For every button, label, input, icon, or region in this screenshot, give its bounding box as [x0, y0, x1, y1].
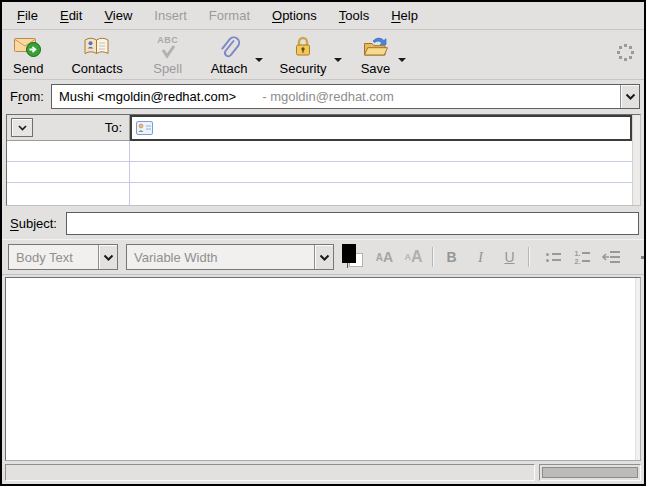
- text-color-picker[interactable]: [340, 244, 370, 270]
- save-dropdown-arrow-icon[interactable]: [398, 58, 406, 66]
- from-combo-arrow-button[interactable]: [620, 85, 639, 108]
- paragraph-style-arrow-button: [98, 245, 117, 269]
- recipient-empty-row[interactable]: [7, 183, 632, 205]
- recipient-table: To:: [6, 114, 641, 206]
- numbered-list-icon: 1. 2.: [575, 250, 591, 265]
- from-label: From:: [10, 89, 44, 104]
- chevron-down-icon: [319, 254, 330, 261]
- save-button[interactable]: Save: [354, 32, 398, 76]
- progress-panel: [539, 464, 641, 481]
- chevron-down-icon: [18, 125, 27, 131]
- menu-format: Format: [198, 8, 261, 23]
- body-scrollbar-gutter[interactable]: [635, 278, 640, 460]
- attach-button[interactable]: Attach: [204, 32, 255, 76]
- bold-button: B: [437, 244, 466, 270]
- security-button[interactable]: Security: [273, 32, 334, 76]
- font-family-combobox: Variable Width: [126, 244, 334, 270]
- paragraph-style-combobox: Body Text: [8, 244, 118, 270]
- spell-button: ABC Spell: [146, 32, 190, 76]
- save-label: Save: [361, 61, 391, 76]
- toolbar: Send Contacts ABC: [2, 30, 644, 80]
- to-address-input[interactable]: [130, 115, 632, 141]
- toolbar-separator: [528, 247, 529, 267]
- subject-row: Subject:: [2, 208, 644, 238]
- menu-view[interactable]: View: [93, 8, 143, 23]
- from-row: From: Mushi <mgoldin@redhat.com> - mgold…: [2, 80, 644, 112]
- font-size-a-icon: A: [376, 252, 383, 263]
- recipient-empty-row[interactable]: [7, 141, 632, 162]
- security-label: Security: [280, 61, 327, 76]
- font-size-a-icon: A: [383, 249, 393, 265]
- font-family-value: Variable Width: [127, 245, 314, 269]
- menubar: File Edit View Insert Format Options Too…: [2, 2, 644, 30]
- underline-button: U: [495, 244, 524, 270]
- from-identity-combobox[interactable]: Mushi <mgoldin@redhat.com> - mgoldin@red…: [51, 84, 640, 109]
- contacts-button[interactable]: Contacts: [64, 32, 129, 76]
- decrease-font-size-button: AA: [370, 244, 399, 270]
- message-body-area: [5, 277, 641, 461]
- spell-label: Spell: [153, 61, 182, 76]
- menu-file[interactable]: File: [6, 8, 49, 23]
- compose-window: File Edit View Insert Format Options Too…: [0, 0, 646, 486]
- security-dropdown-arrow-icon[interactable]: [334, 58, 342, 66]
- recipient-scrollbar-gutter[interactable]: [632, 115, 640, 205]
- menu-help[interactable]: Help: [380, 8, 429, 23]
- security-icon: [292, 33, 314, 61]
- send-icon: [13, 33, 43, 61]
- contacts-label: Contacts: [71, 61, 122, 76]
- attach-icon: [217, 33, 241, 61]
- attach-label: Attach: [211, 61, 248, 76]
- spell-icon: ABC: [157, 33, 178, 61]
- numbered-list-button: 1. 2.: [568, 244, 597, 270]
- color-swatch-tick: [347, 263, 348, 268]
- foreground-color-swatch: [342, 244, 356, 263]
- from-hint: - mgoldin@redhat.com: [262, 89, 394, 104]
- recipient-type-cell: To:: [7, 115, 130, 141]
- send-button[interactable]: Send: [6, 32, 50, 76]
- subject-input[interactable]: [66, 212, 639, 235]
- outdent-icon: [602, 250, 622, 264]
- recipient-type-dropdown[interactable]: [11, 118, 33, 137]
- attach-dropdown-arrow-icon[interactable]: [255, 58, 263, 66]
- contact-card-icon: [136, 121, 153, 135]
- menu-options[interactable]: Options: [261, 8, 328, 23]
- status-message-panel: [5, 464, 535, 481]
- from-value: Mushi <mgoldin@redhat.com>: [59, 89, 236, 104]
- recipient-empty-row[interactable]: [7, 162, 632, 183]
- paragraph-style-value: Body Text: [9, 245, 98, 269]
- menu-edit[interactable]: Edit: [49, 8, 93, 23]
- to-label: To:: [33, 120, 125, 135]
- outdent-button: [597, 244, 626, 270]
- font-size-a-icon: A: [411, 248, 423, 266]
- message-body-input[interactable]: [6, 278, 635, 460]
- bullet-list-icon: [546, 253, 561, 262]
- menu-tools[interactable]: Tools: [328, 8, 380, 23]
- recipient-header-row: To:: [7, 115, 632, 141]
- indent-button-clipped: [641, 256, 644, 259]
- increase-font-size-button: AA: [399, 244, 428, 270]
- subject-label: Subject:: [10, 216, 57, 231]
- toolbar-separator: [432, 247, 433, 267]
- italic-button: I: [466, 244, 495, 270]
- throbber-spinner-icon: [616, 43, 635, 62]
- bullet-list-button: [539, 244, 568, 270]
- save-icon: [362, 33, 390, 61]
- font-family-arrow-button: [314, 245, 333, 269]
- menu-insert: Insert: [143, 8, 198, 23]
- chevron-down-icon: [103, 254, 114, 261]
- progress-bar: [542, 467, 638, 478]
- statusbar: [2, 463, 644, 484]
- chevron-down-icon: [625, 93, 636, 100]
- send-label: Send: [13, 61, 43, 76]
- contacts-icon: [82, 33, 112, 61]
- format-toolbar: Body Text Variable Width AA AA: [2, 239, 644, 275]
